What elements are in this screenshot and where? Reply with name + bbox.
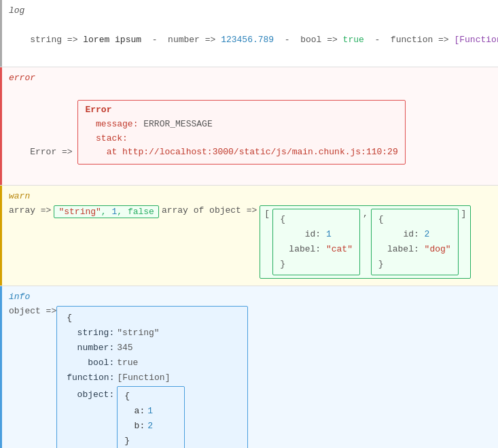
- number-val: 123456.789: [221, 35, 274, 45]
- bool-val-info: true: [117, 356, 138, 371]
- number-val-info: 345: [117, 341, 132, 356]
- warn-line: array => "string", 1, false array of obj…: [9, 205, 491, 279]
- error-stack-key: stack: at http://localhost:3000/static/j…: [85, 133, 397, 158]
- function-val-info: [Function]: [117, 371, 170, 385]
- error-line: Error => Error message: ERROR_MESSAGE st…: [9, 87, 491, 178]
- string-key: string:: [67, 326, 114, 341]
- bool-key: bool:: [67, 356, 114, 371]
- string-label: string: [30, 35, 62, 45]
- log-section: log string => lorem ipsum - number => 12…: [0, 0, 498, 67]
- error-title: Error: [85, 105, 111, 115]
- log-label: log: [9, 5, 491, 16]
- info-row-function: function: [Function]: [67, 371, 238, 385]
- info-row-object: object: { a: 1 b: 2 }: [67, 386, 238, 448]
- error-box: Error message: ERROR_MESSAGE stack: at h…: [77, 100, 405, 165]
- error-message-val: ERROR_MESSAGE: [143, 119, 212, 129]
- nested-row-b: b: 2: [124, 419, 177, 434]
- info-section: info object => { string: "string" number…: [0, 286, 498, 448]
- function-label: function: [391, 35, 433, 45]
- object-key-info: object:: [67, 386, 114, 402]
- a-val: 1: [147, 404, 153, 419]
- number-label: number: [168, 35, 200, 45]
- log-line: string => lorem ipsum - number => 123456…: [9, 20, 491, 60]
- warn-section: warn array => "string", 1, false array o…: [0, 186, 498, 286]
- info-label: info: [9, 292, 491, 302]
- nested-obj-box: { a: 1 b: 2 }: [117, 386, 185, 448]
- error-prefix: Error =>: [30, 147, 77, 157]
- object-box: { string: "string" number: 345 bool: tru…: [56, 306, 248, 448]
- error-section: error Error => Error message: ERROR_MESS…: [0, 67, 498, 185]
- error-message-key: message: ERROR_MESSAGE: [96, 119, 213, 129]
- b-val: 2: [147, 419, 153, 434]
- string-val: lorem ipsum: [83, 35, 141, 45]
- function-key-info: function:: [67, 371, 114, 385]
- nested-row-a: a: 1: [124, 404, 177, 419]
- info-row-bool: bool: true: [67, 356, 238, 371]
- number-key: number:: [67, 341, 114, 356]
- warn-label: warn: [9, 191, 491, 201]
- function-val: [Function]: [454, 35, 498, 45]
- object-prefix: object =>: [9, 306, 56, 316]
- bool-label: bool: [300, 35, 321, 45]
- info-line: object => { string: "string" number: 345…: [9, 306, 491, 448]
- array-prefix: array =>: [9, 205, 51, 216]
- obj-item-2: { id: 2 label: "dog" }: [371, 209, 459, 275]
- info-row-string: string: "string": [67, 326, 238, 341]
- bool-val: true: [343, 35, 364, 45]
- array-inline-box: "string", 1, false: [54, 205, 158, 218]
- info-row-number: number: 345: [67, 341, 238, 356]
- array-of-objects-box: [ { id: 1 label: "cat" } , { id: 2 label…: [260, 205, 471, 279]
- a-key: a:: [124, 404, 145, 419]
- error-label: error: [9, 73, 491, 83]
- array-of-object-prefix: array of object =>: [162, 205, 257, 216]
- string-val-info: "string": [117, 326, 159, 341]
- b-key: b:: [124, 419, 145, 434]
- obj-item-1: { id: 1 label: "cat" }: [272, 209, 360, 275]
